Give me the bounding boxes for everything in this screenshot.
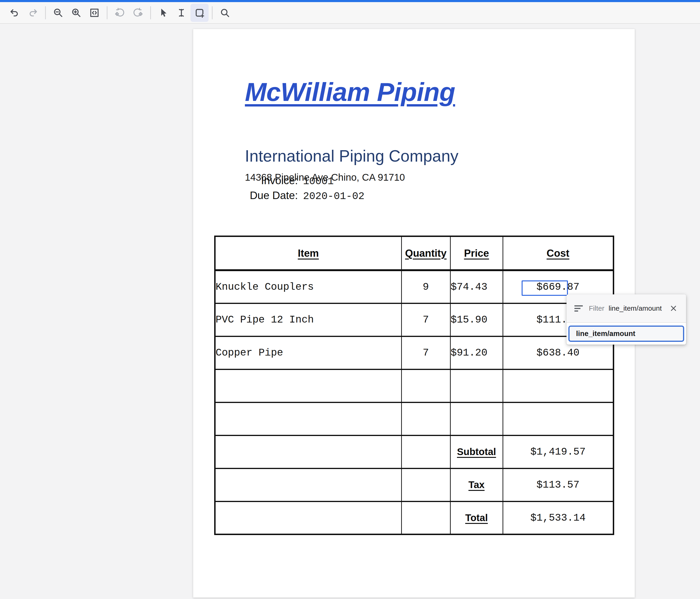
filter-popup-header[interactable]: Filter line_item/amount — [567, 294, 686, 323]
toolbar-separator — [45, 6, 46, 19]
rotate-left-button[interactable] — [111, 4, 129, 22]
toolbar-separator — [150, 6, 151, 19]
invoice-number[interactable]: 10001 — [303, 176, 334, 187]
subtotal-value[interactable]: $1,419.57 — [503, 435, 614, 468]
search-icon — [220, 7, 230, 18]
undo-button[interactable] — [6, 4, 24, 22]
quantity-cell[interactable]: 7 — [401, 303, 450, 336]
add-bounding-box-icon — [194, 7, 205, 18]
text-select-icon — [176, 7, 187, 18]
company-subtitle: International Piping Company — [245, 147, 458, 165]
invoice-meta: Invoice: 10001 Due Date: 2020-01-02 — [245, 174, 365, 204]
quantity-cell[interactable]: 9 — [401, 270, 450, 303]
add-bounding-box-button[interactable] — [191, 4, 208, 22]
filter-field: line_item/amount — [608, 304, 661, 312]
cursor-icon — [158, 7, 169, 18]
col-header-cost: Cost — [503, 236, 614, 270]
close-button[interactable] — [669, 304, 678, 313]
quantity-cell — [401, 402, 450, 435]
rotate-right-button[interactable] — [129, 4, 147, 22]
table-row-empty — [215, 402, 614, 435]
total-label: Total — [450, 501, 503, 534]
filter-icon — [574, 305, 583, 311]
item-cell — [215, 435, 401, 468]
item-cell[interactable]: Knuckle Couplers — [215, 270, 401, 303]
top-accent-bar — [0, 0, 700, 2]
redo-icon — [27, 7, 38, 18]
price-cell — [450, 369, 503, 402]
due-date-row: Due Date: 2020-01-02 — [245, 189, 365, 204]
quantity-cell — [401, 468, 450, 501]
quantity-cell[interactable]: 7 — [401, 336, 450, 369]
item-cell — [215, 369, 401, 402]
col-header-quantity: Quantity — [401, 236, 450, 270]
rotate-left-icon — [115, 7, 125, 18]
table-header-row: Item Quantity Price Cost — [215, 236, 614, 270]
item-cell[interactable]: PVC Pipe 12 Inch — [215, 303, 401, 336]
zoom-in-button[interactable] — [67, 4, 85, 22]
toolbar-separator — [107, 6, 107, 19]
redo-button[interactable] — [24, 4, 42, 22]
subtotal-row: Subtotal $1,419.57 — [215, 435, 614, 468]
zoom-in-icon — [71, 7, 82, 18]
filter-popup: Filter line_item/amount line_item/amount — [567, 294, 686, 345]
fit-width-icon — [89, 7, 100, 18]
item-cell[interactable]: Copper Pipe — [215, 336, 401, 369]
total-value[interactable]: $1,533.14 — [503, 501, 614, 534]
due-date-label: Due Date: — [245, 189, 298, 202]
price-cell — [450, 402, 503, 435]
item-cell — [215, 501, 401, 534]
tax-label: Tax — [450, 468, 503, 501]
search-button[interactable] — [216, 4, 234, 22]
undo-icon — [9, 7, 20, 18]
table-row-empty — [215, 369, 614, 402]
price-cell[interactable]: $74.43 — [450, 270, 503, 303]
app-root: { "toolbar": { "buttons": [ {"name": "un… — [0, 0, 700, 599]
zoom-out-icon — [53, 7, 64, 18]
quantity-cell — [401, 369, 450, 402]
fit-width-button[interactable] — [85, 4, 103, 22]
rotate-right-icon — [132, 7, 143, 18]
price-cell[interactable]: $91.20 — [450, 336, 503, 369]
table-row: Copper Pipe 7 $91.20 $638.40 — [215, 336, 614, 369]
filter-label: Filter — [589, 304, 604, 312]
zoom-out-button[interactable] — [49, 4, 67, 22]
quantity-cell — [401, 501, 450, 534]
text-select-button[interactable] — [172, 4, 191, 22]
cost-cell — [503, 369, 614, 402]
filter-option-line_item-amount[interactable]: line_item/amount — [568, 326, 684, 342]
tax-row: Tax $113.57 — [215, 468, 614, 501]
table-row: PVC Pipe 12 Inch 7 $15.90 $111.30 — [215, 303, 614, 336]
filter-popup-title: Filter line_item/amount — [589, 304, 661, 312]
due-date-value[interactable]: 2020-01-02 — [303, 191, 365, 202]
tax-value[interactable]: $113.57 — [503, 468, 614, 501]
invoice-label: Invoice: — [245, 174, 298, 187]
selection-bounding-box[interactable] — [522, 280, 568, 296]
close-icon — [670, 304, 677, 312]
invoice-number-row: Invoice: 10001 — [245, 174, 365, 189]
col-header-item: Item — [215, 236, 401, 270]
item-cell — [215, 402, 401, 435]
item-cell — [215, 468, 401, 501]
cost-cell — [503, 402, 614, 435]
subtotal-label: Subtotal — [450, 435, 503, 468]
col-header-price: Price — [450, 236, 503, 270]
price-cell[interactable]: $15.90 — [450, 303, 503, 336]
quantity-cell — [401, 435, 450, 468]
toolbar — [0, 2, 700, 24]
toolbar-separator — [212, 6, 212, 19]
company-title: McWilliam Piping — [245, 77, 455, 107]
total-row: Total $1,533.14 — [215, 501, 614, 534]
select-cursor-button[interactable] — [154, 4, 172, 22]
